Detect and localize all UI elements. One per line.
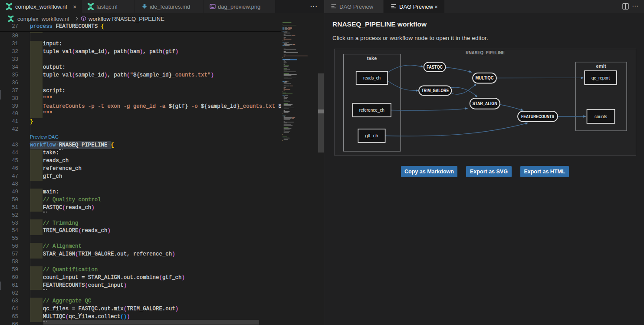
svg-text:gtf_ch: gtf_ch	[365, 133, 378, 138]
svg-text:reads_ch: reads_ch	[363, 75, 381, 80]
svg-text:reference_ch: reference_ch	[359, 107, 384, 113]
svg-text:take: take	[367, 56, 377, 61]
svg-text:emit: emit	[596, 63, 606, 69]
svg-text:FASTQC: FASTQC	[427, 64, 443, 70]
svg-text:counts: counts	[595, 114, 608, 119]
svg-text:FEATURECOUNTS: FEATURECOUNTS	[521, 114, 554, 119]
svg-text:RNASEQ_PIPELINE: RNASEQ_PIPELINE	[466, 50, 505, 55]
svg-text:qc_report: qc_report	[591, 75, 610, 80]
svg-text:MULTIQC: MULTIQC	[476, 75, 494, 80]
svg-text:TRIM_GALORE: TRIM_GALORE	[421, 88, 449, 93]
svg-text:STAR_ALIGN: STAR_ALIGN	[473, 101, 497, 106]
